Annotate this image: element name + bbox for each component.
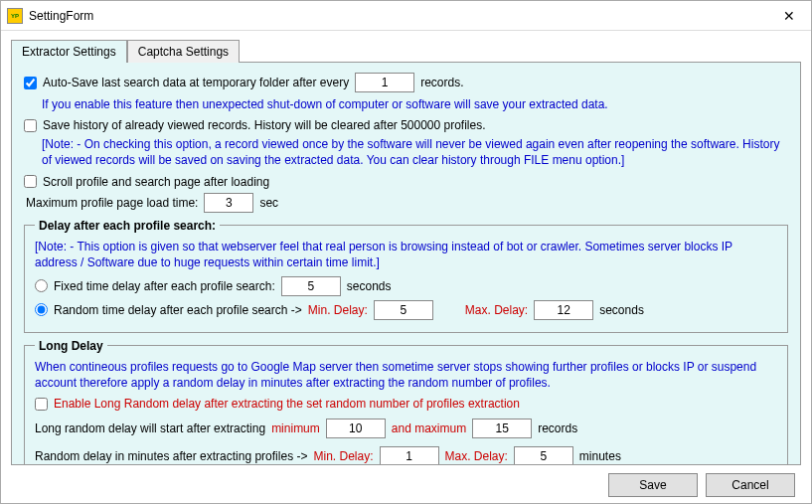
history-note: [Note: - On checking this option, a reco… (42, 136, 788, 168)
delay-random-min-label: Min. Delay: (308, 303, 368, 317)
maxload-label-before: Maximum profile page load time: (26, 196, 198, 210)
longdelay-start-row: Long random delay will start after extra… (35, 419, 777, 438)
delay-legend: Delay after each profile search: (35, 219, 220, 233)
delay-fixed-label: Fixed time delay after each profile sear… (54, 279, 275, 293)
autosave-checkbox[interactable] (24, 77, 37, 89)
longdelay-enable-row: Enable Long Random delay after extractin… (35, 397, 777, 411)
close-icon[interactable]: ✕ (766, 1, 811, 31)
scroll-row: Scroll profile and search page after loa… (24, 175, 788, 189)
history-label: Save history of already viewed records. … (43, 118, 486, 132)
button-bar: Save Cancel (11, 465, 801, 497)
longdelay-start-mid: and maximum (392, 421, 466, 435)
longdelay-rand-row: Random delay in minutes after extracting… (35, 446, 777, 465)
delay-random-after: seconds (599, 303, 644, 317)
delay-fieldset: Delay after each profile search: [Note: … (24, 219, 788, 333)
delay-random-max-input[interactable] (534, 300, 593, 320)
longdelay-rand-after: minutes (579, 449, 621, 463)
delay-note: [Note: - This option is given so that we… (35, 239, 777, 270)
longdelay-start-min-input[interactable] (326, 419, 386, 438)
maxload-label-after: sec (259, 196, 278, 210)
window: YP SettingForm ✕ Extractor Settings Capt… (0, 0, 812, 504)
delay-fixed-after: seconds (347, 279, 392, 293)
titlebar: YP SettingForm ✕ (1, 1, 811, 31)
autosave-note: If you enable this feature then unexpect… (42, 96, 788, 112)
delay-random-row: Random time delay after each profile sea… (35, 300, 777, 320)
content: Extractor Settings Captcha Settings Auto… (1, 31, 811, 503)
longdelay-rand-max-label: Max. Delay: (445, 449, 508, 463)
tabs-header: Extractor Settings Captcha Settings (11, 39, 801, 62)
history-checkbox[interactable] (24, 119, 37, 132)
delay-random-label: Random time delay after each profile sea… (54, 303, 302, 317)
autosave-label-after: records. (420, 76, 463, 89)
scroll-checkbox[interactable] (24, 175, 37, 188)
delay-random-min-input[interactable] (374, 300, 433, 320)
longdelay-rand-before: Random delay in minutes after extracting… (35, 449, 307, 463)
longdelay-start-min-label: minimum (271, 421, 320, 435)
delay-fixed-row: Fixed time delay after each profile sear… (35, 276, 777, 296)
longdelay-rand-max-input[interactable] (514, 446, 573, 465)
tab-extractor-settings[interactable]: Extractor Settings (11, 40, 127, 63)
window-title: SettingForm (29, 9, 766, 23)
delay-fixed-input[interactable] (281, 276, 341, 296)
maxload-row: Maximum profile page load time: sec (26, 193, 788, 213)
tab-captcha-settings[interactable]: Captcha Settings (127, 40, 240, 63)
longdelay-enable-label: Enable Long Random delay after extractin… (54, 397, 520, 411)
delay-random-radio[interactable] (35, 303, 48, 316)
longdelay-start-before: Long random delay will start after extra… (35, 421, 265, 435)
longdelay-start-max-input[interactable] (472, 419, 532, 438)
cancel-button[interactable]: Cancel (706, 473, 795, 497)
longdelay-fieldset: Long Delay When contineous profiles requ… (24, 339, 788, 465)
longdelay-desc: When contineous profiles requests go to … (35, 359, 777, 391)
app-icon: YP (7, 8, 23, 24)
scroll-label: Scroll profile and search page after loa… (43, 175, 269, 189)
longdelay-start-after: records (538, 421, 577, 435)
autosave-label-before: Auto-Save last search data at temporary … (43, 76, 349, 89)
save-button[interactable]: Save (608, 473, 698, 497)
longdelay-rand-min-label: Min. Delay: (313, 449, 373, 463)
maxload-input[interactable] (204, 193, 253, 213)
longdelay-legend: Long Delay (35, 339, 107, 353)
tab-body-extractor: Auto-Save last search data at temporary … (11, 62, 801, 465)
longdelay-enable-checkbox[interactable] (35, 398, 48, 411)
autosave-row: Auto-Save last search data at temporary … (24, 73, 788, 92)
delay-random-max-label: Max. Delay: (465, 303, 528, 317)
longdelay-rand-min-input[interactable] (380, 446, 439, 465)
autosave-records-input[interactable] (355, 73, 414, 92)
delay-fixed-radio[interactable] (35, 279, 48, 292)
history-row: Save history of already viewed records. … (24, 118, 788, 132)
